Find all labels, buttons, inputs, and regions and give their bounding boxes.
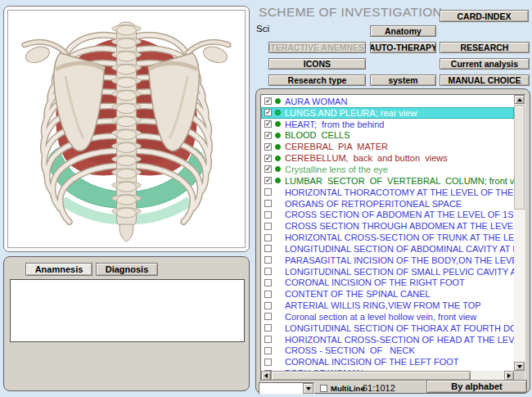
list-item[interactable]: ✓AURA WOMAN (261, 96, 514, 107)
item-checkbox[interactable] (264, 291, 272, 298)
item-checkbox[interactable] (264, 324, 272, 332)
item-label: CROSS SECTION OF ABDOMEN AT THE LEVEL OF… (285, 210, 514, 219)
scrollbar-thumb-vertical[interactable] (514, 105, 525, 210)
item-label: ARTERIAL WILLIS RING,VIEW FROM THE TOP (285, 300, 481, 310)
list-item[interactable]: ✓HEART; from the behind (261, 119, 514, 130)
list-item[interactable]: ORGANS OF RETROPERITONEAL SPACE (261, 198, 514, 210)
item-checkbox[interactable] (264, 245, 272, 252)
scroll-left-button[interactable] (261, 371, 271, 381)
multiline-checkbox[interactable] (320, 385, 327, 392)
item-checkbox[interactable]: ✓ (264, 120, 272, 128)
by-alphabet-button[interactable]: By alphabet (426, 380, 527, 393)
item-checkbox[interactable] (264, 188, 272, 196)
list-item[interactable]: ARTERIAL WILLIS RING,VIEW FROM THE TOP (261, 300, 514, 311)
item-checkbox[interactable]: ✓ (264, 165, 272, 173)
scroll-up-button[interactable] (514, 95, 525, 104)
organ-list[interactable]: ✓AURA WOMAN✓LUNGS AND PLEURA; rear view✓… (260, 94, 525, 381)
current-analysis-button[interactable]: Current analysis (440, 58, 530, 70)
list-item[interactable]: HORIZONTAL CROSS-SECTION OF TRUNK AT THE… (261, 232, 514, 243)
chevron-up-icon (517, 98, 522, 102)
page-title: SCHEME OF INVESTIGATION (259, 5, 442, 20)
item-label: CONTENT OF THE SPINAL CANEL (285, 289, 431, 299)
item-bullet-icon (275, 144, 281, 150)
list-item[interactable]: CORONAL INCISION OF THE RIGHT FOOT (261, 277, 514, 289)
item-label: CORONAL INCISION OF THE LEFT FOOT (285, 357, 459, 367)
anamnesis-panel: Anamnesis Diagnosis (3, 256, 250, 391)
item-checkbox[interactable]: ✓ (264, 143, 272, 151)
item-checkbox[interactable]: ✓ (264, 177, 272, 184)
item-label: CROSS - SECTION OF NECK (285, 345, 415, 355)
organ-list-rows: ✓AURA WOMAN✓LUNGS AND PLEURA; rear view✓… (261, 96, 514, 371)
scrollbar-vertical[interactable] (514, 95, 525, 371)
item-checkbox[interactable] (264, 211, 272, 219)
item-label: CEREBRAL PIA MATER (285, 142, 388, 151)
list-item[interactable]: ✓BLOOD CELLS (261, 130, 514, 142)
chevron-down-icon (517, 365, 522, 368)
chevron-down-icon (306, 387, 311, 390)
item-checkbox[interactable]: ✓ (264, 109, 272, 116)
organ-list-panel: ✓AURA WOMAN✓LUNGS AND PLEURA; rear view✓… (255, 88, 530, 394)
research-type-button[interactable]: Research type (268, 74, 366, 86)
anatomy-panel (3, 6, 250, 252)
item-label: Crystalline lens of the eye (285, 165, 388, 174)
item-checkbox[interactable]: ✓ (264, 155, 272, 162)
item-checkbox[interactable] (264, 268, 272, 275)
scroll-down-button[interactable] (514, 362, 525, 371)
item-checkbox[interactable] (264, 223, 272, 230)
auto-therapy-button[interactable]: AUTO-THERAPY (370, 42, 436, 53)
icons-button[interactable]: ICONS (268, 58, 366, 70)
item-checkbox[interactable] (264, 347, 272, 354)
anatomy-button[interactable]: Anatomy (370, 25, 436, 37)
manual-choice-button[interactable]: MANUAL CHOICE (440, 74, 530, 86)
research-button[interactable]: RESEARCH (440, 42, 530, 53)
item-checkbox[interactable] (264, 336, 272, 343)
item-label: HEART; from the behind (285, 120, 384, 129)
item-label: HORIZONTAL CROSS-SECTION OF HEAD AT THE … (285, 335, 514, 345)
list-item[interactable]: ✓CEREBRAL PIA MATER (261, 141, 514, 152)
list-item[interactable]: CROSS SECTION THROUGH ABDOMEN AT THE LEV… (261, 220, 514, 232)
item-label: Coronal section at a level hollow vein, … (285, 312, 476, 322)
item-bullet-icon (275, 156, 281, 161)
list-item[interactable]: ✓LUNGS AND PLEURA; rear view (261, 107, 514, 119)
list-item[interactable]: CROSS - SECTION OF NECK (261, 345, 514, 357)
list-item[interactable]: ✓Crystalline lens of the eye (261, 164, 514, 175)
item-checkbox[interactable] (264, 234, 272, 241)
item-checkbox[interactable] (264, 302, 272, 309)
tab-diagnosis[interactable]: Diagnosis (96, 263, 158, 276)
list-item[interactable]: LONGITUDINAL SECTION OF ABDOMINAL CAVITY… (261, 243, 514, 255)
item-label: LONGITUDINAL SECTION OF SMALL PELVIC CAV… (285, 267, 514, 277)
list-item[interactable]: CROSS SECTION OF ABDOMEN AT THE LEVEL OF… (261, 209, 514, 220)
item-checkbox[interactable]: ✓ (264, 97, 272, 105)
item-label: LONGITUDINAL SECTION OF ABDOMINAL CAVITY… (285, 244, 514, 254)
combobox-dropdown-button[interactable] (303, 383, 313, 394)
list-item[interactable]: PARASAGITTAL INCISION OF THE BODY,ON THE… (261, 255, 514, 266)
item-label: AURA WOMAN (285, 97, 347, 106)
list-item[interactable]: CORONAL INCISION OF THE LEFT FOOT (261, 356, 514, 368)
list-item[interactable]: LONGITUDINAL SECTION OF THORAX AT FOURTH… (261, 323, 514, 334)
list-item[interactable]: ✓CEREBELLUM, back and button views (261, 152, 514, 164)
item-label: HORIZONTAL THORACOTOMY AT THE LEVEL OF T… (285, 187, 514, 197)
list-item[interactable]: HORIZONTAL CROSS-SECTION OF HEAD AT THE … (261, 334, 514, 345)
system-button[interactable]: system (370, 74, 436, 86)
item-label: CORONAL INCISION OF THE RIGHT FOOT (285, 277, 465, 287)
list-item[interactable]: LONGITUDINAL SECTION OF SMALL PELVIC CAV… (261, 266, 514, 277)
item-checkbox[interactable] (264, 279, 272, 286)
item-checkbox[interactable] (264, 256, 272, 264)
list-mode-combobox[interactable] (259, 382, 314, 395)
list-item[interactable]: Coronal section at a level hollow vein, … (261, 311, 514, 323)
sci-label: Sci (256, 24, 269, 34)
list-item[interactable]: ✓LUMBAR SECTOR OF VERTEBRAL COLUMN; fron… (261, 175, 514, 187)
item-label: ORGANS OF RETROPERITONEAL SPACE (285, 199, 462, 209)
chevron-left-icon (264, 373, 268, 378)
list-item[interactable]: CONTENT OF THE SPINAL CANEL (261, 288, 514, 300)
item-checkbox[interactable]: ✓ (264, 132, 272, 139)
item-checkbox[interactable] (264, 200, 272, 207)
anamnesis-textarea[interactable] (10, 279, 245, 342)
item-checkbox[interactable] (264, 313, 272, 320)
tab-anamnesis[interactable]: Anamnesis (25, 263, 92, 276)
card-index-button[interactable]: CARD-INDEX (440, 10, 529, 22)
item-checkbox[interactable] (264, 359, 272, 366)
item-label: CROSS SECTION THROUGH ABDOMEN AT THE LEV… (285, 221, 514, 231)
item-label: LUMBAR SECTOR OF VERTEBRAL COLUMN; front… (285, 176, 514, 186)
list-item[interactable]: HORIZONTAL THORACOTOMY AT THE LEVEL OF T… (261, 187, 514, 198)
